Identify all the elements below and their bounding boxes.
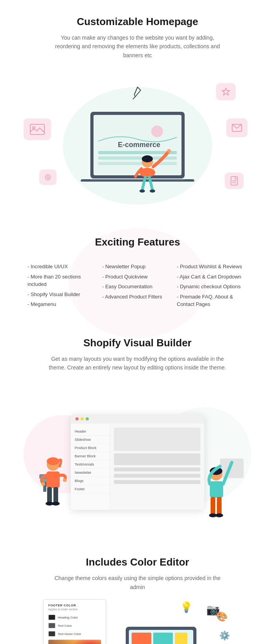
browser-bar	[71, 414, 204, 424]
svg-point-21	[167, 149, 171, 153]
color-row-hover: Text Hover Color	[48, 631, 101, 637]
svg-point-43	[215, 513, 223, 517]
float-star-icon	[216, 83, 236, 100]
svg-point-22	[139, 189, 145, 193]
content-placeholder-5	[114, 480, 200, 484]
color-swatch-heading[interactable]	[48, 615, 55, 620]
builder-description: Get as many layouts you want by modifyin…	[47, 355, 228, 372]
content-placeholder-3	[114, 468, 200, 471]
svg-point-35	[52, 502, 60, 506]
design-illustration-container: 📷 💡 🎨 ⚙️ ⚙️ ▶️	[114, 599, 232, 644]
svg-rect-15	[98, 162, 177, 165]
hero-illustration: E-commerce	[0, 79, 275, 213]
features-col3: - Product Wishlist & Reviews - Ajax Cart…	[177, 262, 248, 309]
builder-title: Shopify Visual Builder	[24, 337, 251, 349]
float-settings-icon	[39, 169, 57, 185]
color-swatch-hover[interactable]	[48, 631, 55, 637]
feature-item: - Incredible UI/UX	[28, 262, 98, 272]
svg-point-7	[47, 176, 49, 178]
laptop-illustration: E-commerce	[71, 104, 204, 200]
svg-rect-17	[90, 179, 185, 180]
sidebar-item-testimonials[interactable]: Testimonials	[71, 460, 110, 469]
feature-item: - More than 20 sections included	[28, 272, 98, 289]
svg-point-30	[41, 482, 45, 486]
color-row-heading: Heading Color	[48, 615, 101, 620]
sidebar-item-slideshow[interactable]: Slideshow	[71, 436, 110, 444]
color-title: Includes Color Editor	[24, 556, 251, 568]
hero-description: You can make any changes to the website …	[55, 33, 220, 60]
sidebar-item-blogs[interactable]: Blogs	[71, 477, 110, 485]
svg-line-9	[134, 87, 138, 95]
browser-dot-yellow	[81, 417, 84, 420]
feature-item: - Megamenu	[28, 299, 98, 309]
sidebar-item-banner-block[interactable]: Banner Block	[71, 452, 110, 460]
color-label-hover: Text Hover Color	[58, 632, 81, 636]
content-placeholder-4	[114, 474, 200, 478]
float-doc-icon	[225, 173, 244, 189]
svg-rect-40	[211, 497, 215, 515]
hero-title: Customizable Homepage	[24, 16, 251, 28]
svg-point-23	[150, 189, 155, 193]
float-email-icon	[226, 118, 248, 137]
bulb-icon: 💡	[180, 601, 192, 613]
feature-item: - Ajax Cart & Cart Dropdown	[177, 272, 248, 282]
feature-item: - Dynamic checkout Options	[177, 282, 248, 292]
feature-item: - Product Wishlist & Reviews	[177, 262, 248, 272]
svg-marker-0	[222, 88, 229, 95]
svg-rect-46	[132, 633, 151, 644]
svg-rect-39	[210, 481, 223, 498]
hero-section: Customizable Homepage You can make any c…	[0, 0, 275, 213]
figure-right	[200, 451, 248, 527]
paint-icon: 🎨	[216, 611, 228, 622]
color-label-heading: Heading Color	[58, 616, 78, 619]
figure-left	[31, 453, 75, 525]
browser-dot-green	[86, 417, 89, 420]
color-label-text: Text Color	[58, 624, 72, 628]
svg-line-8	[138, 87, 141, 90]
svg-rect-41	[217, 497, 222, 515]
svg-point-16	[151, 126, 163, 137]
feature-item: - Newsletter Popup	[102, 262, 173, 272]
browser-sidebar: Header Slideshow Product Block Banner Bl…	[71, 424, 110, 510]
color-swatch-text[interactable]	[48, 623, 55, 628]
color-panel-title: FOOTER COLOR	[48, 604, 101, 607]
float-pen-icon	[132, 85, 143, 102]
builder-illustration: Header Slideshow Product Block Banner Bl…	[0, 391, 275, 533]
sidebar-item-footer[interactable]: Footer	[71, 485, 110, 493]
features-title: Exciting Features	[16, 236, 259, 248]
browser-dot-red	[75, 417, 79, 420]
svg-rect-47	[153, 633, 173, 644]
svg-rect-32	[47, 487, 52, 503]
features-grid: - Incredible UI/UX - More than 20 sectio…	[16, 258, 259, 313]
feature-item: - Product Quickview	[102, 272, 173, 282]
sidebar-item-product-block[interactable]: Product Block	[71, 444, 110, 452]
color-description: Change theme colors easily using the sim…	[47, 574, 228, 591]
content-placeholder-1	[114, 428, 200, 451]
svg-point-20	[142, 155, 153, 162]
browser-content: Header Slideshow Product Block Banner Bl…	[71, 424, 204, 510]
feature-item: - Premade FAQ, About & Contact Pages	[177, 292, 248, 309]
svg-rect-29	[46, 471, 60, 488]
builder-section: Shopify Visual Builder Get as many layou…	[0, 325, 275, 533]
feature-item: - Advanced Product Filters	[102, 292, 173, 302]
features-section: Exciting Features - Incredible UI/UX - M…	[0, 224, 275, 325]
sidebar-item-newsletter[interactable]: Newsletter	[71, 469, 110, 477]
color-gradient-box[interactable]	[48, 640, 101, 644]
browser-mockup: Header Slideshow Product Block Banner Bl…	[71, 414, 204, 510]
sidebar-item-header[interactable]: Header	[71, 428, 110, 436]
color-panel-subtitle: Applies to footer section.	[48, 608, 101, 611]
svg-point-31	[63, 478, 67, 482]
content-placeholder-2	[114, 453, 200, 465]
features-col2: - Newsletter Popup - Product Quickview -…	[102, 262, 173, 309]
svg-rect-48	[175, 633, 187, 644]
color-panel: FOOTER COLOR Applies to footer section. …	[43, 599, 106, 644]
color-row-text: Text Color	[48, 623, 101, 628]
feature-item: - Shopify Visual Builder	[28, 289, 98, 300]
color-section: Includes Color Editor Change theme color…	[0, 544, 275, 644]
color-laptop-svg	[114, 623, 216, 644]
svg-rect-33	[53, 487, 58, 503]
float-image-icon	[24, 118, 51, 140]
feature-item: - Easy Documentation	[102, 282, 173, 292]
features-col1: - Incredible UI/UX - More than 20 sectio…	[28, 262, 98, 309]
color-picker-area	[48, 640, 101, 644]
